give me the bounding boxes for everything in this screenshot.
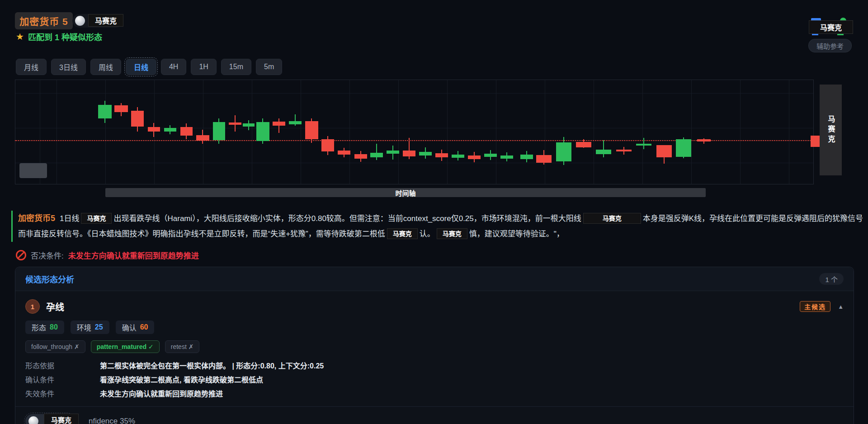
header-mosaic-toggle[interactable]: 马赛克 (72, 14, 123, 28)
candle-body (98, 105, 112, 118)
candle-body (114, 105, 128, 112)
info-label: 形态依据 (25, 361, 100, 371)
candle-body (435, 153, 448, 157)
candle-body (468, 155, 481, 159)
score-label: 形态 (32, 322, 46, 333)
timeframe-15m[interactable]: 15m (221, 59, 251, 75)
candle-body (180, 127, 193, 136)
candle-wick (603, 140, 604, 157)
divider (15, 406, 854, 407)
info-label: 失效条件 (25, 389, 100, 399)
toggle-knob-icon (75, 16, 85, 26)
score-value: 60 (140, 323, 148, 331)
match-banner: ★ 匹配到 1 种疑似形态 (16, 31, 102, 42)
candle-body (131, 111, 144, 127)
candle-body (676, 139, 691, 157)
candle-wick (278, 118, 279, 133)
candidates-title: 候选形态分析 (25, 273, 74, 285)
score-value: 25 (95, 323, 103, 331)
candle-body (500, 155, 513, 159)
candle-body (256, 122, 269, 141)
mosaic-cover-badge: 马赛克 (44, 414, 78, 424)
pattern-header[interactable]: 1 孕线 主候选 ▲ (25, 299, 844, 314)
analysis-text-segment: 慎，建议观望等待验证。"， (469, 230, 564, 238)
info-label: 确认条件 (25, 375, 100, 385)
score-row: 形态 80 环境 25 确认 60 (25, 320, 844, 334)
score-label: 环境 (77, 322, 91, 333)
timeframe-4h[interactable]: 4H (161, 59, 186, 75)
analysis-text-segment: 出现看跌孕线（Harami），大阳线后接收缩小实体，形态分0.80较高。但需注意… (113, 214, 581, 223)
candle-body (520, 155, 533, 159)
app-root: 加密货币 5 马赛克 ★ 匹配到 1 种疑似形态 马赛克 辅助参考 月线 3日线… (0, 0, 868, 424)
veto-text: 未发生方向确认就重新回到原趋势推进 (68, 250, 199, 261)
aux-reference-button[interactable]: 辅助参考 (808, 39, 852, 52)
veto-label: 否决条件: (31, 250, 64, 261)
timeframe-1h[interactable]: 1H (191, 59, 216, 75)
tag-row: follow_through ✗ pattern_matured ✓ retes… (25, 340, 844, 353)
prohibition-icon (16, 250, 26, 260)
candle-body (656, 145, 672, 157)
confidence-text: nfidence 35% (89, 417, 135, 424)
timeframe-5m[interactable]: 5m (256, 59, 282, 75)
analysis-paragraph: 加密货币51日线马赛克出现看跌孕线（Harami），大阳线后接收缩小实体，形态分… (11, 211, 865, 242)
veto-row: 否决条件: 未发生方向确认就重新回到原趋势推进 (16, 250, 199, 261)
score-context: 环境 25 (71, 320, 109, 334)
top-right-area: 马赛克 辅助参考 (807, 17, 857, 52)
timeframe-weekly[interactable]: 周线 (90, 59, 121, 75)
candle-body (305, 121, 318, 139)
candle-body (576, 142, 591, 147)
candle-body (616, 150, 632, 151)
masked-widget: 马赛克 (807, 17, 857, 35)
timeframe-monthly[interactable]: 月线 (16, 59, 47, 75)
chart-mosaic-panel-label: 马赛克 (826, 115, 836, 145)
mosaic-inline-badge: 马赛克 (81, 213, 111, 223)
pattern-card: 1 孕线 主候选 ▲ 形态 80 环境 25 确认 (15, 291, 854, 424)
candle-body (229, 122, 241, 125)
analysis-text-segment: 认。 (420, 230, 435, 238)
candle-body (536, 155, 552, 163)
candle-body (370, 153, 383, 157)
candidates-count-badge: 1 个 (819, 273, 844, 285)
candles-layer (15, 80, 842, 184)
tag-follow-through: follow_through ✗ (25, 340, 85, 353)
candle-wick (376, 144, 377, 160)
mosaic-inline-badge: 马赛克 (437, 229, 467, 239)
candidates-card: 候选形态分析 1 个 1 孕线 主候选 ▲ 形态 80 环 (15, 267, 854, 424)
analysis-text-segment: 1日线 (60, 214, 79, 223)
candle-body (273, 122, 285, 126)
chart-mosaic-panel: 马赛克 (820, 85, 842, 175)
info-value: 第二根实体被完全包在第一根实体内部。 | 形态分:0.80, 上下文分:0.25 (100, 361, 324, 371)
timeframe-row: 月线 3日线 周线 日线 4H 1H 15m 5m (16, 59, 282, 75)
collapse-triangle-icon[interactable]: ▲ (838, 303, 844, 310)
candle-body (697, 139, 711, 141)
star-icon: ★ (16, 32, 24, 41)
candle-body (419, 152, 432, 155)
candle-body (148, 127, 160, 132)
mosaic-cover-badge: 马赛克 (809, 21, 853, 33)
time-axis-bar: 时间轴 (105, 188, 706, 197)
timeframe-3day[interactable]: 3日线 (51, 59, 86, 75)
candle-body (452, 155, 464, 158)
timeframe-daily[interactable]: 日线 (126, 59, 156, 75)
mosaic-inline-badge: 马赛克 (387, 229, 417, 239)
pattern-index-badge: 1 (25, 299, 40, 314)
analysis-asset-label: 加密货币5 (18, 214, 55, 223)
tag-pattern-matured: pattern_matured ✓ (91, 340, 160, 353)
analysis-text: 1日线马赛克出现看跌孕线（Harami），大阳线后接收缩小实体，形态分0.80较… (18, 214, 863, 238)
asset-tab[interactable]: 加密货币 5 (15, 12, 73, 29)
toggle-knob-icon (28, 416, 38, 424)
candlestick-chart[interactable]: 马赛克 (15, 80, 842, 184)
candidates-header: 候选形态分析 1 个 (15, 267, 854, 291)
info-row-confirm: 确认条件 看涨孕线突破第二根高点, 看跌孕线跌破第二根低点 (25, 375, 844, 385)
info-value: 看涨孕线突破第二根高点, 看跌孕线跌破第二根低点 (100, 375, 263, 385)
candle-body (596, 150, 611, 154)
pattern-name: 孕线 (46, 300, 64, 313)
score-pattern: 形态 80 (25, 320, 64, 334)
candle-body (636, 144, 651, 146)
candle-body (484, 154, 497, 157)
info-row-invalidate: 失效条件 未发生方向确认就重新回到原趋势推进 (25, 389, 844, 399)
match-text: 匹配到 1 种疑似形态 (28, 31, 102, 42)
candle-body (196, 135, 209, 141)
primary-candidate-badge: 主候选 (800, 301, 830, 312)
mosaic-block (19, 163, 47, 178)
